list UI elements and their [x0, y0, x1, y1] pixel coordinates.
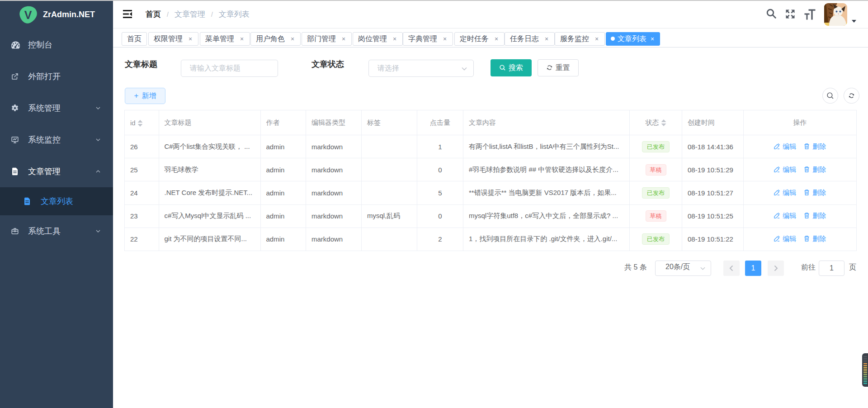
- svg-text:V: V: [24, 9, 32, 21]
